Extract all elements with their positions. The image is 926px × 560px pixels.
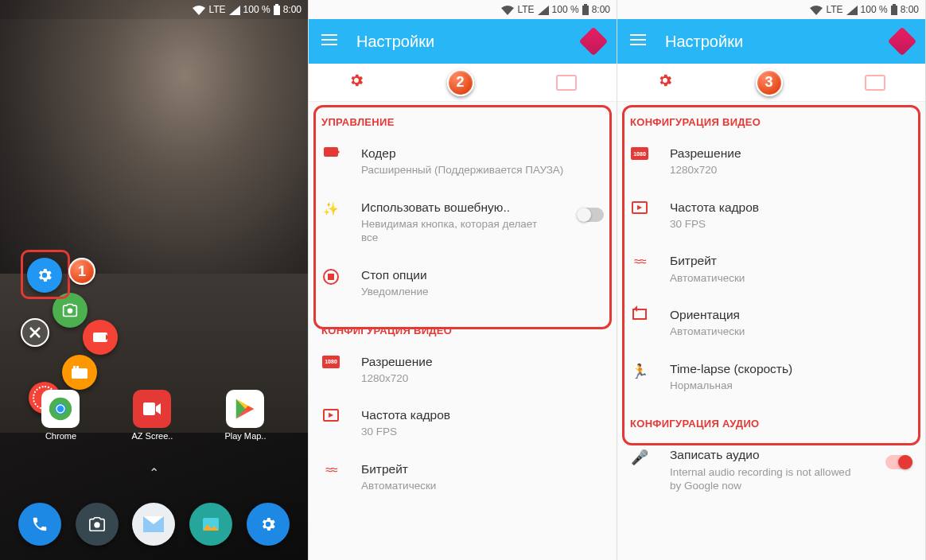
settings-panel-2: LTE 100 % 8:00 Настройки 2 УПРАВЛЕНИЕ Ко… [309,0,617,560]
item-bitrate[interactable]: ≈≈ Битрейт Автоматически [617,242,925,296]
section-video: КОНФИГУРАЦИЯ ВИДЕО [309,310,617,343]
svg-rect-5 [76,366,79,368]
item-timelapse[interactable]: 🏃 Time-lapse (скорость) Нормальная [617,350,925,404]
fps-icon [630,201,649,214]
premium-gem-icon[interactable] [888,27,917,56]
item-fps[interactable]: Частота кадров 30 FPS [617,189,925,243]
bitrate-icon: ≈≈ [630,255,649,269]
battery-icon [891,4,897,16]
app-chrome[interactable]: Chrome [41,390,80,441]
section-control: УПРАВЛЕНИЕ [309,102,617,134]
app-drawer-caret[interactable]: ⌃ [149,465,159,480]
svg-rect-0 [274,6,280,15]
app-bar: Настройки [617,19,925,64]
status-bar: LTE 100 % 8:00 [617,0,925,19]
svg-rect-15 [584,4,587,6]
fps-sub: 30 FPS [361,425,604,439]
audio-switch[interactable] [885,455,912,469]
dock-settings[interactable] [247,503,290,546]
fps-title: Частота кадров [670,200,912,216]
tab-overlay[interactable] [556,75,577,91]
fab-gallery[interactable] [62,355,97,390]
battery-percent: 100 % [552,4,579,15]
item-stop-options[interactable]: Стоп опции Уведомление [309,256,617,310]
wand-icon: ✨ [321,201,340,216]
appbar-title: Настройки [665,33,873,51]
dock-phone[interactable] [18,503,61,546]
battery-icon [582,4,589,16]
audio-sub: Internal audio recording is not allowed … [670,465,865,493]
svg-rect-17 [893,4,896,6]
wifi-icon [501,4,514,15]
coder-title: Кодер [361,146,604,161]
item-bitrate[interactable]: ≈≈ Битрейт Автоматически [309,450,617,504]
svg-rect-1 [275,4,278,6]
dock [0,503,308,546]
svg-rect-16 [891,6,897,15]
magic-switch[interactable] [577,208,604,222]
battery-percent: 100 % [243,4,270,15]
videocam-icon [321,147,340,157]
battery-icon [274,4,280,16]
svg-rect-14 [582,6,589,15]
app-az-label: AZ Scree.. [131,431,173,441]
step-1-highlight [21,250,70,299]
tab-settings[interactable] [657,72,673,92]
fab-close[interactable] [21,318,49,347]
item-coder[interactable]: Кодер Расширенный (Поддерживается ПАУЗА) [309,134,617,189]
appbar-title: Настройки [356,33,564,51]
tab-bar: 2 [309,64,617,102]
clock: 8:00 [283,4,302,15]
hamburger-icon[interactable] [321,34,337,49]
res-title: Разрешение [361,354,604,370]
app-bar: Настройки [309,19,617,64]
tab-overlay[interactable] [865,75,885,91]
app-playstore[interactable]: Play Мар.. [224,390,266,441]
signal-icon [229,4,240,15]
stop-icon [321,269,340,285]
app-chrome-label: Chrome [45,431,76,441]
item-fps[interactable]: Частота кадров 30 FPS [309,396,617,450]
dock-mail[interactable] [132,503,175,546]
res-sub: 1280x720 [361,371,604,386]
item-resolution[interactable]: 1080 Разрешение 1280x720 [309,343,617,397]
fab-record[interactable] [83,320,118,355]
network-type: LTE [208,4,225,15]
signal-icon [538,4,549,15]
bitrate-sub: Автоматически [361,479,604,493]
res-title: Разрешение [670,146,912,161]
hamburger-icon[interactable] [630,34,646,49]
svg-point-2 [68,309,73,314]
premium-gem-icon[interactable] [579,27,609,56]
dock-camera[interactable] [76,503,119,546]
home-screen-panel: LTE 100 % 8:00 1 [0,0,309,560]
coder-sub: Расширенный (Поддерживается ПАУЗА) [361,163,604,177]
bitrate-sub: Автоматически [670,271,912,286]
svg-rect-3 [72,368,88,379]
tab-bar: 3 [617,64,925,102]
svg-rect-4 [73,366,76,368]
bitrate-icon: ≈≈ [321,463,340,477]
item-resolution[interactable]: 1080 Разрешение 1280x720 [617,134,925,189]
item-record-audio[interactable]: 🎤 Записать аудио Internal audio recordin… [617,436,925,504]
timelapse-sub: Нормальная [670,379,912,393]
bitrate-title: Битрейт [361,461,604,477]
app-grid: Chrome AZ Scree.. Play Мар.. [0,390,308,441]
stop-title: Стоп опции [361,267,604,283]
status-bar: LTE 100 % 8:00 [309,0,617,19]
timelapse-icon: 🏃 [630,363,649,380]
orient-title: Ориентация [670,307,912,323]
section-audio: КОНФИГУРАЦИЯ АУДИО [617,403,925,436]
rotate-icon [630,309,649,320]
clock: 8:00 [901,4,919,15]
fps-icon [321,409,340,422]
item-orientation[interactable]: Ориентация Автоматически [617,296,925,350]
timelapse-title: Time-lapse (скорость) [670,361,912,377]
resolution-icon: 1080 [630,147,649,160]
item-magic-button[interactable]: ✨ Использовать вошебную.. Невидимая кноп… [309,189,617,256]
app-azrecorder[interactable]: AZ Scree.. [131,390,173,441]
settings-panel-3: LTE 100 % 8:00 Настройки 3 КОНФИГУРАЦИЯ … [617,0,926,560]
dock-gallery[interactable] [189,503,232,546]
tab-settings[interactable] [348,72,364,92]
magic-sub: Невидимая кнопка, которая делает все [361,217,556,245]
